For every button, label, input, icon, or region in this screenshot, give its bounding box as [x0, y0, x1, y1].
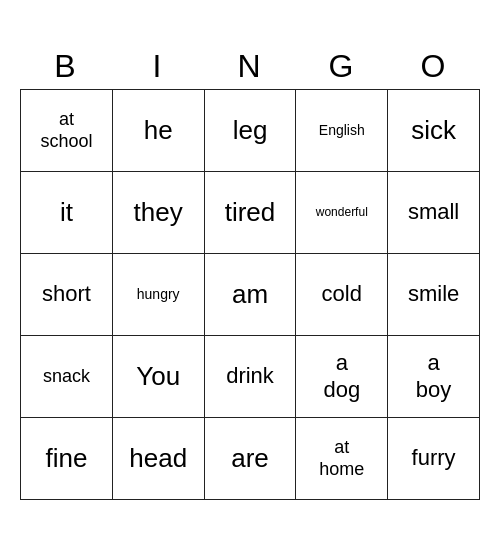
bingo-cell: small	[388, 172, 480, 254]
bingo-cell-text: wonderful	[316, 205, 368, 219]
bingo-header-letter: G	[296, 44, 388, 89]
bingo-cell-text: hungry	[137, 286, 180, 303]
bingo-cell: wonderful	[296, 172, 388, 254]
bingo-cell-text: small	[408, 199, 459, 225]
bingo-cell: it	[21, 172, 113, 254]
bingo-card: BINGO at schoolhelegEnglishsickittheytir…	[20, 44, 480, 500]
bingo-cell: smile	[388, 254, 480, 336]
bingo-cell-text: short	[42, 281, 91, 307]
bingo-cell-text: cold	[322, 281, 362, 307]
bingo-cell-text: they	[134, 197, 183, 228]
bingo-cell: head	[113, 418, 205, 500]
bingo-cell-text: tired	[225, 197, 276, 228]
bingo-header-letter: N	[204, 44, 296, 89]
bingo-cell-text: sick	[411, 115, 456, 146]
bingo-cell: fine	[21, 418, 113, 500]
bingo-cell-text: leg	[233, 115, 268, 146]
bingo-cell-text: English	[319, 122, 365, 139]
bingo-cell: cold	[296, 254, 388, 336]
bingo-cell: at home	[296, 418, 388, 500]
bingo-cell-text: at school	[40, 109, 92, 152]
bingo-cell: they	[113, 172, 205, 254]
bingo-cell: am	[205, 254, 297, 336]
bingo-cell-text: furry	[412, 445, 456, 471]
bingo-cell: furry	[388, 418, 480, 500]
bingo-cell-text: are	[231, 443, 269, 474]
bingo-cell: tired	[205, 172, 297, 254]
bingo-cell: leg	[205, 90, 297, 172]
bingo-cell-text: fine	[45, 443, 87, 474]
bingo-cell: hungry	[113, 254, 205, 336]
bingo-cell-text: he	[144, 115, 173, 146]
bingo-grid: at schoolhelegEnglishsickittheytiredwond…	[20, 89, 480, 500]
bingo-cell: are	[205, 418, 297, 500]
bingo-header-letter: I	[112, 44, 204, 89]
bingo-cell: drink	[205, 336, 297, 418]
bingo-cell-text: a boy	[416, 350, 451, 403]
bingo-cell: English	[296, 90, 388, 172]
bingo-cell-text: smile	[408, 281, 459, 307]
bingo-cell-text: head	[129, 443, 187, 474]
bingo-cell-text: drink	[226, 363, 274, 389]
bingo-header-letter: B	[20, 44, 112, 89]
bingo-cell: he	[113, 90, 205, 172]
bingo-header-letter: O	[388, 44, 480, 89]
bingo-cell: You	[113, 336, 205, 418]
bingo-cell: snack	[21, 336, 113, 418]
bingo-cell: a boy	[388, 336, 480, 418]
bingo-cell: short	[21, 254, 113, 336]
bingo-cell-text: a dog	[323, 350, 360, 403]
bingo-cell-text: You	[136, 361, 180, 392]
bingo-cell-text: it	[60, 197, 73, 228]
bingo-cell-text: snack	[43, 366, 90, 388]
bingo-header: BINGO	[20, 44, 480, 89]
bingo-cell: sick	[388, 90, 480, 172]
bingo-cell: a dog	[296, 336, 388, 418]
bingo-cell-text: at home	[319, 437, 364, 480]
bingo-cell-text: am	[232, 279, 268, 310]
bingo-cell: at school	[21, 90, 113, 172]
